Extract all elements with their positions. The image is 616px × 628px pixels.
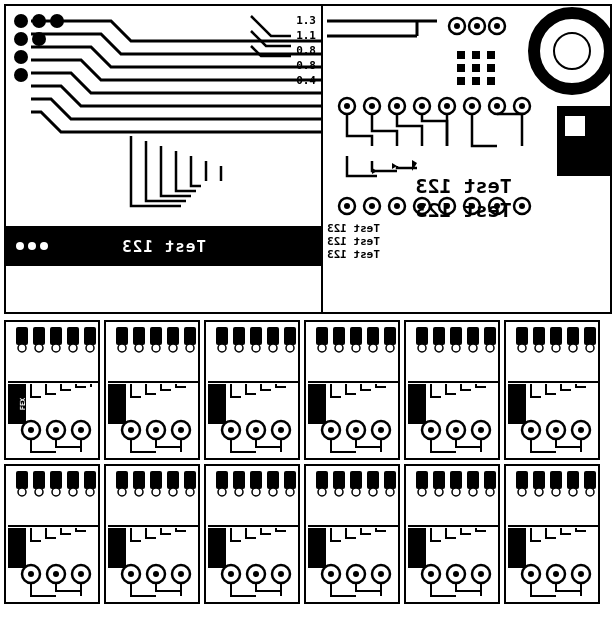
top-pcb-board: 1.3 1.1 0.8 0.8 0.4 Test 123 bbox=[4, 4, 612, 314]
svg-marker-37 bbox=[412, 160, 417, 171]
svg-point-207 bbox=[269, 488, 277, 496]
trace-svg bbox=[31, 6, 321, 241]
svg-rect-203 bbox=[284, 471, 296, 489]
svg-rect-163 bbox=[16, 471, 28, 489]
svg-point-135 bbox=[469, 344, 477, 352]
svg-point-86 bbox=[128, 427, 134, 433]
svg-rect-165 bbox=[50, 471, 62, 489]
svg-point-115 bbox=[335, 344, 343, 352]
svg-point-22 bbox=[369, 103, 375, 109]
svg-rect-55 bbox=[33, 327, 45, 345]
svg-point-189 bbox=[169, 488, 177, 496]
svg-rect-109 bbox=[316, 327, 328, 345]
svg-point-126 bbox=[378, 427, 384, 433]
svg-point-171 bbox=[69, 488, 77, 496]
svg-point-96 bbox=[218, 344, 226, 352]
svg-point-188 bbox=[152, 488, 160, 496]
svg-point-178 bbox=[53, 571, 59, 577]
svg-point-32 bbox=[494, 103, 500, 109]
svg-point-158 bbox=[528, 427, 534, 433]
svg-point-97 bbox=[235, 344, 243, 352]
svg-rect-201 bbox=[250, 471, 262, 489]
svg-rect-138 bbox=[408, 384, 426, 424]
svg-point-242 bbox=[452, 488, 460, 496]
svg-point-118 bbox=[386, 344, 394, 352]
svg-rect-221 bbox=[384, 471, 396, 489]
svg-point-72 bbox=[78, 427, 84, 433]
svg-point-248 bbox=[428, 571, 434, 577]
banner-dot-2 bbox=[28, 242, 36, 250]
svg-rect-75 bbox=[150, 327, 162, 345]
svg-point-152 bbox=[552, 344, 560, 352]
trace-num-1: 1.3 bbox=[296, 14, 316, 27]
svg-point-250 bbox=[453, 571, 459, 577]
svg-point-186 bbox=[118, 488, 126, 496]
svg-point-225 bbox=[369, 488, 377, 496]
svg-rect-18 bbox=[565, 116, 585, 136]
svg-point-1 bbox=[454, 23, 460, 29]
svg-rect-74 bbox=[133, 327, 145, 345]
svg-point-5 bbox=[494, 23, 500, 29]
svg-rect-146 bbox=[533, 327, 545, 345]
svg-point-63 bbox=[86, 344, 94, 352]
test-label-small-3: Test 123 bbox=[327, 248, 600, 261]
svg-rect-7 bbox=[472, 51, 480, 59]
svg-point-59 bbox=[18, 344, 26, 352]
svg-point-122 bbox=[328, 427, 334, 433]
svg-rect-57 bbox=[67, 327, 79, 345]
svg-rect-264 bbox=[508, 528, 526, 568]
svg-rect-84 bbox=[108, 384, 126, 424]
svg-rect-181 bbox=[116, 471, 128, 489]
svg-point-106 bbox=[253, 427, 259, 433]
mini-pcb-1-1: FEX bbox=[4, 320, 100, 460]
mini-pcb-svg-1-3 bbox=[206, 322, 300, 460]
trace-num-4: 0.8 bbox=[296, 59, 316, 72]
mini-pcb-1-4 bbox=[304, 320, 400, 460]
svg-rect-149 bbox=[584, 327, 596, 345]
svg-point-232 bbox=[353, 571, 359, 577]
svg-point-133 bbox=[435, 344, 443, 352]
svg-rect-56 bbox=[50, 327, 62, 345]
svg-rect-218 bbox=[333, 471, 345, 489]
svg-point-134 bbox=[452, 344, 460, 352]
svg-rect-217 bbox=[316, 471, 328, 489]
test-label-large-2: Test 123 bbox=[327, 198, 600, 222]
mini-pcb-2-2 bbox=[104, 464, 200, 604]
svg-point-28 bbox=[444, 103, 450, 109]
svg-point-90 bbox=[178, 427, 184, 433]
svg-point-142 bbox=[453, 427, 459, 433]
pad-7 bbox=[14, 68, 28, 82]
svg-point-241 bbox=[435, 488, 443, 496]
svg-point-190 bbox=[186, 488, 194, 496]
svg-rect-12 bbox=[457, 77, 465, 85]
svg-point-244 bbox=[486, 488, 494, 496]
svg-rect-102 bbox=[208, 384, 226, 424]
svg-rect-92 bbox=[233, 327, 245, 345]
test-label-small-1: Test 123 bbox=[327, 222, 600, 235]
svg-rect-254 bbox=[533, 471, 545, 489]
bottom-pcb-grid: FEX bbox=[4, 320, 612, 604]
banner-dot-1 bbox=[16, 242, 24, 250]
svg-rect-238 bbox=[467, 471, 479, 489]
svg-point-140 bbox=[428, 427, 434, 433]
trace-num-3: 0.8 bbox=[296, 44, 316, 57]
mini-pcb-2-5 bbox=[404, 464, 500, 604]
svg-rect-10 bbox=[472, 64, 480, 72]
svg-point-136 bbox=[486, 344, 494, 352]
mini-pcb-1-3 bbox=[204, 320, 300, 460]
mini-pcb-svg-2-5 bbox=[406, 466, 500, 604]
svg-rect-128 bbox=[433, 327, 445, 345]
svg-point-3 bbox=[474, 23, 480, 29]
svg-rect-130 bbox=[467, 327, 479, 345]
test-label-large: Test 123 bbox=[327, 174, 600, 198]
svg-rect-94 bbox=[267, 327, 279, 345]
svg-rect-235 bbox=[416, 471, 428, 489]
test-text-area: Test 123 Test 123 Test 123 Test 123 Test… bbox=[327, 174, 600, 261]
svg-point-224 bbox=[352, 488, 360, 496]
svg-rect-210 bbox=[208, 528, 226, 568]
svg-point-240 bbox=[418, 488, 426, 496]
svg-point-60 bbox=[35, 344, 43, 352]
svg-rect-91 bbox=[216, 327, 228, 345]
svg-point-114 bbox=[318, 344, 326, 352]
svg-rect-156 bbox=[508, 384, 526, 424]
